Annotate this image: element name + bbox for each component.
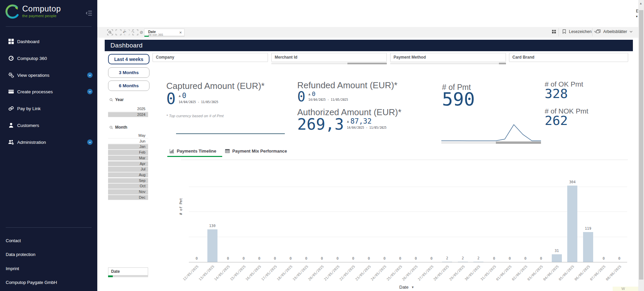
scrollbar-thumb[interactable] (639, 10, 643, 280)
app-overview-button[interactable] (551, 29, 556, 34)
step-back-button[interactable]: ↶ (115, 29, 122, 35)
gears-icon (8, 72, 14, 78)
sidebar-item-administration[interactable]: Administration (0, 136, 97, 148)
sidebar-item-computop-360[interactable]: Computop 360 (0, 53, 97, 64)
bar-chart-icon (169, 149, 174, 154)
selection-chip-date[interactable]: Date 28 von 365 × (144, 29, 184, 37)
footer-link-imprint[interactable]: Imprint (6, 266, 19, 271)
sheets-button[interactable]: Arbeitsblätter (596, 29, 633, 34)
quick-filter-6-months[interactable]: 6 Months (108, 80, 149, 91)
sidebar-divider (6, 227, 92, 228)
kpi-numpmt-value[interactable]: 590 (442, 92, 475, 107)
kpi-authorized-delta: 87,32 (350, 118, 372, 125)
kpi-refunded-period: 14/04/2025 - 11/05/2025 (308, 98, 348, 101)
tab-label: Payments Timeline (177, 149, 216, 154)
bar-05/06/2025[interactable] (567, 186, 577, 262)
footer-link-data-protection[interactable]: Data protection (6, 252, 35, 257)
brand-tagline: the payment people (22, 14, 61, 18)
sidebar-divider (6, 26, 92, 27)
header-bar: English ▾ ct_teamtest_ct_bpalaniyandi ct… (97, 0, 644, 27)
chart-x-axis-dimension[interactable]: Date▼ (399, 285, 414, 290)
month-option-may[interactable]: May (108, 133, 148, 138)
bar-06/06/2025[interactable] (583, 232, 593, 262)
trend-up-icon: ▲ (179, 94, 181, 97)
month-option-mar[interactable]: Mar (108, 156, 148, 161)
user-icon (8, 122, 14, 128)
bar-value-label: 0 (531, 256, 551, 260)
active-tab-indicator (167, 156, 222, 157)
trend-up-icon: ▲ (308, 93, 310, 96)
close-icon[interactable]: × (179, 30, 182, 35)
month-option-dec[interactable]: Dec (108, 195, 148, 200)
kpi-footnote: * Top currency based on # of Pmt (166, 114, 224, 118)
bar-29/05/2025[interactable] (458, 262, 468, 262)
expand-chevron-icon[interactable] (87, 72, 93, 78)
bar-13/05/2025[interactable] (207, 229, 217, 262)
kpi-refunded-delta: 0 (312, 91, 315, 97)
kpi-captured[interactable]: 0 ▲ 0 14/04/2025 - 11/05/2025 (166, 92, 218, 106)
footer-link-contact[interactable]: Contact (6, 238, 21, 243)
app-window: English ▾ ct_teamtest_ct_bpalaniyandi ct… (0, 0, 644, 291)
expand-chevron-icon[interactable] (87, 139, 93, 145)
step-forward-button[interactable]: ↷ (124, 29, 130, 35)
sparkline-scrollbar-thumb[interactable] (496, 141, 541, 144)
sidebar-item-pay-by-link[interactable]: Pay by Link (0, 103, 97, 114)
filter-field-company[interactable]: Company (152, 53, 268, 62)
month-option-jul[interactable]: Jul (108, 167, 148, 172)
kpi-authorized[interactable]: 269,3 ▲ 87,32 14/04/2025 - 11/05/2025 (297, 118, 386, 131)
filter-field-payment-method[interactable]: Payment Method (390, 53, 506, 62)
numpmt-sparkline (441, 119, 541, 141)
clear-selections-button[interactable]: ⊘ (132, 29, 138, 35)
kpi-refunded[interactable]: 0 ▲ 0 14/04/2025 - 11/05/2025 (297, 91, 348, 102)
scroll-up-icon[interactable]: ▲ (639, 2, 642, 5)
chart-gridline (189, 212, 627, 212)
month-option-jun[interactable]: Jun (108, 139, 148, 144)
payments-timeline-chart[interactable]: 012/05/202513013/05/2025014/05/2025015/0… (189, 162, 627, 291)
sidebar-collapse-button[interactable] (86, 10, 93, 16)
bar-28/05/2025[interactable] (442, 262, 452, 262)
filter-field-card-brand[interactable]: Card Brand (509, 53, 628, 62)
watermark: W (613, 287, 639, 291)
grid-icon (551, 29, 556, 34)
month-option-feb[interactable]: Feb (108, 150, 148, 155)
chip-state-bar (144, 36, 184, 37)
brand-logo[interactable]: Computop the payment people (5, 4, 61, 20)
month-option-oct[interactable]: Oct (108, 184, 148, 189)
year-option-2024[interactable]: 2024 (108, 112, 148, 118)
captured-sparkline (176, 133, 285, 134)
month-option-apr[interactable]: Apr (108, 161, 148, 167)
sidebar-item-customers[interactable]: Customers (0, 120, 97, 131)
month-option-jan[interactable]: Jan (108, 144, 148, 150)
sidebar-item-view-operations[interactable]: View operations (0, 69, 97, 81)
search-selections-button[interactable] (107, 29, 113, 35)
expand-chevron-icon[interactable] (87, 89, 93, 94)
month-option-sep[interactable]: Sep (108, 178, 148, 184)
month-listbox-header[interactable]: Month (109, 125, 127, 130)
sidebar-item-dashboard[interactable]: Dashboard (0, 36, 97, 47)
tab-payments-timeline[interactable]: Payments Timeline (169, 149, 216, 154)
quick-filter-3-months[interactable]: 3 Months (108, 67, 149, 78)
year-option-2025[interactable]: 2025 (108, 106, 148, 112)
footer-link-computop-paygate-gmbh[interactable]: Computop Paygate GmbH (6, 280, 57, 285)
sparkline-scrollbar-track[interactable] (441, 141, 496, 144)
filter-field-merchant-id[interactable]: Merchant Id (271, 53, 387, 62)
chevron-down-icon (630, 31, 633, 33)
bar-30/05/2025[interactable] (473, 262, 483, 262)
date-listbox[interactable]: Date (108, 267, 148, 276)
year-listbox-header[interactable]: Year (109, 97, 124, 102)
month-option-nov[interactable]: Nov (108, 189, 148, 195)
vertical-scrollbar[interactable]: ▲ (638, 0, 644, 291)
bar-04/06/2025[interactable] (552, 254, 562, 262)
kpi-nok-value[interactable]: 262 (545, 115, 568, 126)
bookmarks-label: Lesezeichen (569, 29, 591, 34)
kpi-ok-value[interactable]: 328 (545, 88, 568, 99)
card-icon (8, 89, 14, 95)
sidebar-item-label: Customers (17, 123, 39, 128)
brand-name: Computop (22, 4, 61, 13)
month-option-aug[interactable]: Aug (108, 172, 148, 178)
sidebar-item-label: Create processes (17, 89, 53, 94)
sidebar-item-create-processes[interactable]: Create processes (0, 86, 97, 97)
bookmarks-button[interactable]: Lesezeichen (562, 29, 597, 34)
tab-payment-mix-performance[interactable]: Payment Mix Performance (225, 149, 287, 154)
quick-filter-last-4-weeks[interactable]: Last 4 weeks (108, 54, 149, 64)
